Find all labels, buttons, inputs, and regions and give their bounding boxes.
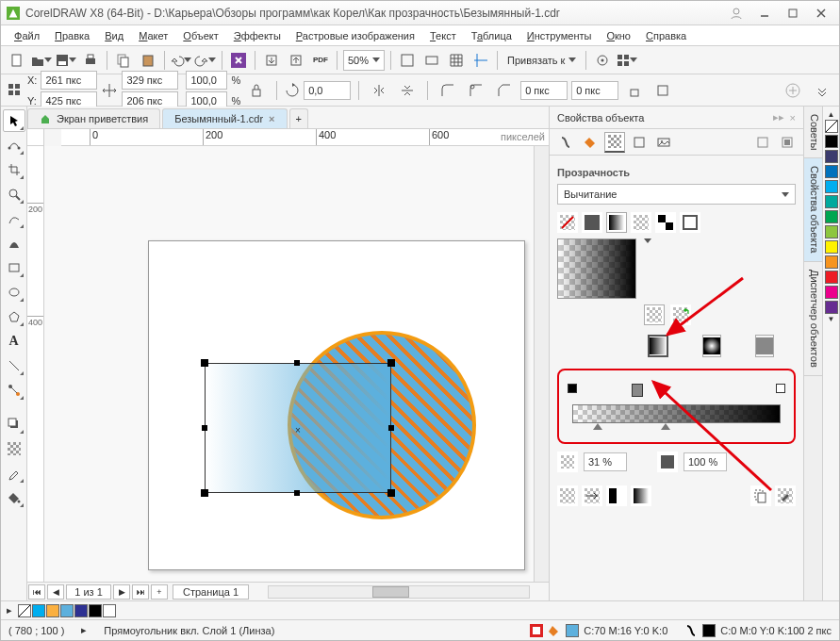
gradient-start-node[interactable] [568,384,577,393]
sel-handle[interactable] [202,425,207,431]
reverse-icon[interactable] [582,485,602,506]
outline-color-sample[interactable] [702,624,716,637]
sel-handle[interactable] [387,489,395,497]
fill-tool[interactable] [3,486,25,509]
color-swatch[interactable] [825,135,838,148]
panel-close-icon[interactable]: × [790,112,796,123]
close-button[interactable] [809,5,833,22]
color-strip-down[interactable]: ▼ [828,315,835,323]
preview-button[interactable] [420,49,443,72]
dropshadow-tool[interactable] [3,413,25,436]
zoom-tool[interactable] [3,183,25,205]
copy-transparency-icon[interactable] [750,485,771,506]
color-swatch[interactable] [825,180,838,193]
publish-pdf-button[interactable]: PDF [309,49,332,72]
node-position-field[interactable]: 100 % [684,452,727,471]
twocolor-pattern-icon[interactable] [655,212,676,233]
new-button[interactable] [6,49,28,72]
node-opacity-field[interactable]: 31 % [584,452,627,471]
conical-type-button[interactable] [755,335,774,357]
uniform-transparency-icon[interactable] [582,212,602,233]
ruler-vertical[interactable]: 200 400 [27,146,44,582]
ruler-origin[interactable] [27,129,44,146]
color-swatch[interactable] [825,165,838,178]
smooth-icon[interactable] [631,485,651,506]
color-swatch[interactable] [825,255,838,269]
rectangle-tool[interactable] [3,256,25,279]
menu-text[interactable]: Текст [422,28,464,43]
vscrollbar[interactable] [534,146,549,582]
corner-tr-field[interactable]: 0 пкс [571,81,618,100]
vtab-object-manager[interactable]: Диспетчер объектов [804,262,822,376]
panel-opt2-icon[interactable] [777,132,798,153]
redo-button[interactable] [194,49,217,72]
angle-field[interactable]: 0,0 [304,81,351,100]
edit-transparency-icon[interactable] [775,485,796,506]
corner-chamfer-button[interactable] [493,79,516,102]
page-next-button[interactable]: ▶ [113,584,130,600]
snap-combo[interactable]: Привязать к [503,50,580,71]
linear-type-button[interactable] [648,335,668,357]
copy-button[interactable] [112,49,135,72]
preset-1-icon[interactable] [644,304,665,325]
search-content-button[interactable] [227,49,250,72]
canvas[interactable]: × [44,146,534,582]
freehand-tool[interactable] [3,207,25,230]
sel-handle[interactable] [388,425,394,431]
color-swatch[interactable] [825,286,838,299]
palette-swatch[interactable] [60,604,74,617]
corner-scallop-button[interactable] [465,79,487,102]
artistic-media-tool[interactable] [3,232,25,255]
mirror-h-button[interactable] [368,79,390,102]
menu-window[interactable]: Окно [599,28,638,43]
corner-tl-field[interactable]: 0 пкс [520,81,568,100]
gradient-end-node[interactable] [776,384,785,393]
undo-button[interactable] [170,49,192,72]
menu-view[interactable]: Вид [97,28,131,43]
bitmap-tab-icon[interactable] [653,132,674,153]
page-prev-button[interactable]: ◀ [47,584,64,600]
no-color-swatch[interactable] [825,120,838,133]
corner-round-button[interactable] [436,79,459,102]
fill-tab-icon[interactable] [580,132,601,153]
tab-new[interactable]: + [289,108,308,128]
gradient-midpoint-1[interactable] [593,423,602,430]
gradient-midpoint-2[interactable] [661,423,670,430]
elliptical-type-button[interactable] [702,335,721,357]
polygon-tool[interactable] [3,305,25,328]
page-add-button[interactable]: + [151,584,168,600]
color-swatch[interactable] [825,150,838,163]
gradient-node-bar[interactable] [572,384,781,401]
user-icon[interactable] [724,5,749,22]
tab-close-icon[interactable]: × [269,113,274,124]
menu-bitmaps[interactable]: Растровые изображения [288,28,422,43]
page-first-button[interactable]: ⏮ [28,584,45,600]
ellipse-tool[interactable] [3,281,25,304]
sel-handle[interactable] [294,490,300,496]
pattern-transparency-icon[interactable] [631,212,651,233]
gradient-mid-node[interactable] [632,384,643,397]
launch-button[interactable] [616,49,638,72]
lock-corners-button[interactable] [623,79,646,102]
no-transparency-icon[interactable] [557,212,578,233]
menu-help[interactable]: Справка [638,28,694,43]
menu-effects[interactable]: Эффекты [226,28,288,43]
text-tool[interactable]: A [3,330,25,353]
width-field[interactable]: 329 пкс [122,71,178,90]
menu-table[interactable]: Таблица [464,28,519,43]
color-swatch[interactable] [825,301,838,314]
grid-button[interactable] [445,49,468,72]
palette-swatch[interactable] [103,604,116,617]
palette-swatch[interactable] [89,604,102,617]
vtab-hints[interactable]: Советы [804,107,822,158]
guides-button[interactable] [469,49,492,72]
merge-mode-combo[interactable]: Вычитание [557,184,796,205]
transparency-tool[interactable] [3,437,25,460]
panel-expand-icon[interactable]: ▸▸ [773,111,784,123]
fullscreen-button[interactable] [396,49,419,72]
import-button[interactable] [260,49,283,72]
sel-handle[interactable] [387,359,395,367]
mirror-repeat-icon[interactable] [557,485,578,506]
hscrollbar[interactable] [268,585,530,599]
gradient-preview[interactable] [557,238,636,299]
